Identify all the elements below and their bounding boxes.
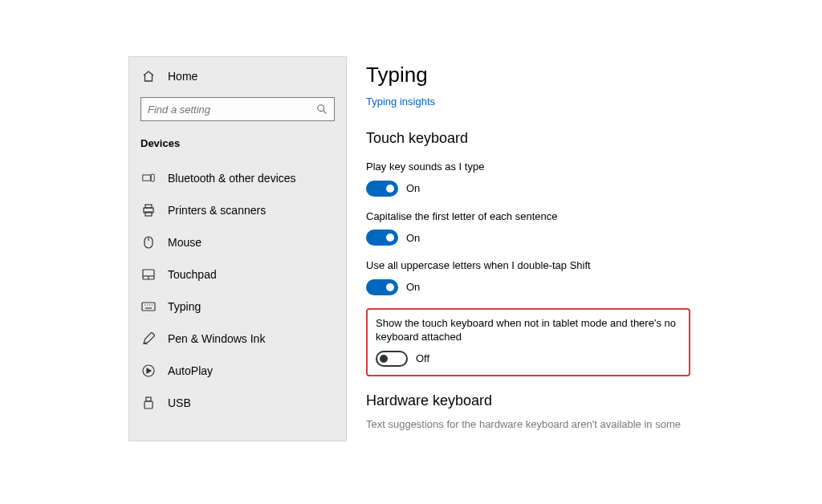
home-icon [140,70,157,83]
sidebar-item-mouse[interactable]: Mouse [129,226,346,258]
svg-point-0 [318,105,324,112]
printer-icon [140,204,157,217]
setting-label: Use all uppercase letters when I double-… [366,258,690,273]
sidebar-item-label: Touchpad [168,268,217,281]
autoplay-icon [140,364,157,377]
sidebar-item-label: Bluetooth & other devices [168,172,296,185]
mouse-icon [140,236,157,249]
pen-icon [140,332,157,345]
home-nav[interactable]: Home [129,65,346,87]
setting-label: Capitalise the first letter of each sent… [366,209,690,224]
sidebar-item-label: Mouse [168,236,201,249]
sidebar-item-label: Typing [168,300,201,313]
highlighted-setting: Show the touch keyboard when not in tabl… [366,308,690,376]
toggle-play-sounds[interactable] [366,181,398,197]
sidebar-section-label: Devices [129,132,346,162]
setting-label: Play key sounds as I type [366,160,690,174]
typing-insights-link[interactable]: Typing insights [366,96,435,108]
toggle-state: Off [416,352,429,364]
sidebar: Home Devices Bluetooth & other devices [128,56,347,441]
svg-rect-2 [151,174,154,181]
touch-keyboard-title: Touch keyboard [366,130,690,147]
svg-rect-18 [146,397,151,401]
search-icon [316,104,328,115]
sidebar-item-pen[interactable]: Pen & Windows Ink [129,323,346,355]
svg-rect-19 [144,401,153,408]
sidebar-item-label: USB [168,396,191,409]
sidebar-item-label: AutoPlay [168,364,213,377]
svg-rect-11 [142,303,155,311]
setting-play-sounds: Play key sounds as I type On [366,160,690,197]
usb-icon [140,396,157,409]
svg-rect-1 [143,175,151,181]
setting-label: Show the touch keyboard when not in tabl… [376,316,681,344]
svg-rect-3 [145,205,152,208]
toggle-show-touch-keyboard[interactable] [376,351,408,367]
toggle-state: On [406,232,420,244]
toggle-state: On [406,182,420,194]
toggle-state: On [406,281,420,293]
setting-uppercase-shift: Use all uppercase letters when I double-… [366,258,690,295]
sidebar-item-bluetooth[interactable]: Bluetooth & other devices [129,162,346,194]
page-title: Typing [366,63,690,87]
devices-icon [140,173,157,184]
hardware-keyboard-description: Text suggestions for the hardware keyboa… [366,417,690,432]
home-label: Home [168,70,197,83]
search-input[interactable] [148,104,316,116]
content-pane: Typing Typing insights Touch keyboard Pl… [347,56,690,441]
settings-window: Home Devices Bluetooth & other devices [128,56,690,441]
search-input-wrap[interactable] [140,97,335,121]
toggle-capitalise[interactable] [366,230,398,246]
sidebar-item-usb[interactable]: USB [129,387,346,419]
keyboard-icon [140,302,157,311]
toggle-uppercase-shift[interactable] [366,279,398,295]
setting-capitalise: Capitalise the first letter of each sent… [366,209,690,246]
setting-show-touch-keyboard: Show the touch keyboard when not in tabl… [376,316,681,367]
search-container [129,97,346,132]
sidebar-nav-list: Bluetooth & other devices Printers & sca… [129,162,346,419]
sidebar-item-touchpad[interactable]: Touchpad [129,258,346,291]
touchpad-icon [140,269,157,280]
sidebar-item-typing[interactable]: Typing [129,291,346,323]
sidebar-item-label: Pen & Windows Ink [168,332,265,345]
sidebar-item-printers[interactable]: Printers & scanners [129,194,346,226]
hardware-keyboard-title: Hardware keyboard [366,392,690,409]
sidebar-item-autoplay[interactable]: AutoPlay [129,355,346,387]
sidebar-item-label: Printers & scanners [168,204,266,217]
